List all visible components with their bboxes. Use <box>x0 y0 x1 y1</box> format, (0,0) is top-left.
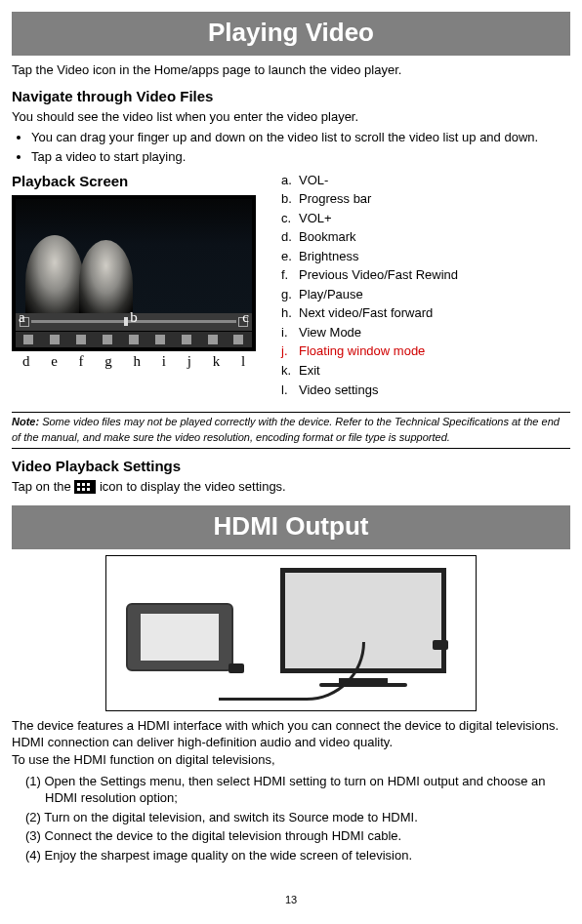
control-icon <box>23 335 33 344</box>
control-icon <box>155 335 165 344</box>
legend-row: a.VOL- <box>281 172 462 191</box>
callout-b: b <box>42 307 226 327</box>
legend-row: h.Next video/Fast forward <box>281 304 462 324</box>
callout-a: a <box>13 307 42 327</box>
tablet-icon <box>126 603 233 671</box>
legend-key: d. <box>281 228 299 248</box>
navigate-bullets: You can drag your finger up and down on … <box>12 129 570 165</box>
legend-row: f.Previous Video/Fast Rewind <box>281 266 462 286</box>
navigate-text: You should see the video list when you e… <box>12 108 570 126</box>
overlay-letters: a b c <box>13 307 255 327</box>
control-icon <box>182 335 191 344</box>
control-icon <box>129 335 139 344</box>
legend-val: Floating window mode <box>299 342 462 362</box>
note-text: Note: Some video files may not be played… <box>12 415 570 446</box>
section-banner-playing-video: Playing Video <box>12 12 570 56</box>
legend-key: c. <box>281 210 299 229</box>
hdmi-text-1: The device features a HDMI interface wit… <box>12 717 570 751</box>
figure-person-icon <box>25 235 84 313</box>
control-icon <box>103 335 112 344</box>
legend-table: a.VOL- b.Progress bar c.VOL+ d.Bookmark … <box>281 172 462 401</box>
hdmi-steps: (1) Open the Settings menu, then select … <box>12 773 570 864</box>
step-item: (1) Open the Settings menu, then select … <box>25 773 570 807</box>
callout-e: e <box>51 351 58 371</box>
legend-val: View Mode <box>299 324 462 343</box>
callout-d: d <box>22 351 30 371</box>
legend-row: g.Play/Pause <box>281 286 462 305</box>
legend-row: c.VOL+ <box>281 210 462 229</box>
legend-val: Progress bar <box>299 190 462 210</box>
bullet-item: You can drag your finger up and down on … <box>31 129 570 146</box>
intro-text: Tap the Video icon in the Home/apps page… <box>12 61 570 79</box>
page-number: 13 <box>12 893 570 907</box>
hdmi-figure <box>105 555 477 711</box>
control-icon <box>208 335 218 344</box>
callout-g: g <box>104 351 112 371</box>
callout-f: f <box>79 351 84 371</box>
callout-i: i <box>162 351 166 371</box>
bullet-item: Tap a video to start playing. <box>31 148 570 166</box>
heading-navigate: Navigate through Video Files <box>12 87 570 106</box>
legend-val: Exit <box>299 362 462 382</box>
legend-row: l.Video settings <box>281 382 462 401</box>
callout-h: h <box>134 351 142 371</box>
legend-val: VOL- <box>299 172 462 191</box>
hdmi-plug-icon <box>229 663 244 673</box>
control-icon <box>76 335 86 344</box>
vps-text-part2: icon to display the video settings. <box>100 479 286 494</box>
heading-video-playback-settings: Video Playback Settings <box>12 457 570 476</box>
legend-key: i. <box>281 324 299 343</box>
callout-l: l <box>241 351 245 371</box>
legend-val: Play/Pause <box>299 286 462 305</box>
legend-key: f. <box>281 266 299 286</box>
legend-key: h. <box>281 304 299 324</box>
hdmi-text-2: To use the HDMI function on digital tele… <box>12 751 570 769</box>
legend-key: b. <box>281 190 299 210</box>
legend-key: g. <box>281 286 299 305</box>
playback-screenshot: a b c <box>12 195 256 351</box>
legend-key: e. <box>281 248 299 267</box>
step-item: (4) Enjoy the sharpest image quality on … <box>25 847 570 864</box>
legend-val: Bookmark <box>299 228 462 248</box>
legend-key: k. <box>281 362 299 382</box>
step-item: (3) Connect the device to the digital te… <box>25 827 570 845</box>
heading-playback: Playback Screen <box>12 172 266 191</box>
section-banner-hdmi: HDMI Output <box>12 505 570 549</box>
callout-j: j <box>187 351 191 371</box>
note-label: Note: <box>12 416 39 427</box>
legend-row: b.Progress bar <box>281 190 462 210</box>
legend-row: i.View Mode <box>281 324 462 343</box>
legend-val: Video settings <box>299 382 462 401</box>
callout-c: c <box>226 307 255 327</box>
legend-row: d.Bookmark <box>281 228 462 248</box>
controls-bar <box>16 332 252 347</box>
vps-text-part1: Tap on the <box>12 479 74 494</box>
control-icon <box>233 335 243 344</box>
control-icon <box>50 335 60 344</box>
legend-row-highlighted: j.Floating window mode <box>281 342 462 362</box>
separator <box>12 448 570 449</box>
legend-key: a. <box>281 172 299 191</box>
legend-val: Brightness <box>299 248 462 267</box>
legend-val: Next video/Fast forward <box>299 304 462 324</box>
note-body: Some video files may not be played corre… <box>12 416 560 443</box>
under-letters: d e f g h i j k l <box>12 351 256 371</box>
video-scene <box>16 199 252 313</box>
separator <box>12 412 570 413</box>
legend-val: Previous Video/Fast Rewind <box>299 266 462 286</box>
figure-person-icon <box>79 240 133 313</box>
legend-val: VOL+ <box>299 210 462 229</box>
callout-k: k <box>213 351 221 371</box>
legend-key: j. <box>281 342 299 362</box>
legend-row: e.Brightness <box>281 248 462 267</box>
hdmi-plug-icon <box>433 640 448 650</box>
vps-text: Tap on the icon to display the video set… <box>12 478 570 496</box>
step-item: (2) Turn on the digital television, and … <box>25 809 570 826</box>
settings-grid-icon <box>74 480 96 494</box>
legend-key: l. <box>281 382 299 401</box>
legend-row: k.Exit <box>281 362 462 382</box>
